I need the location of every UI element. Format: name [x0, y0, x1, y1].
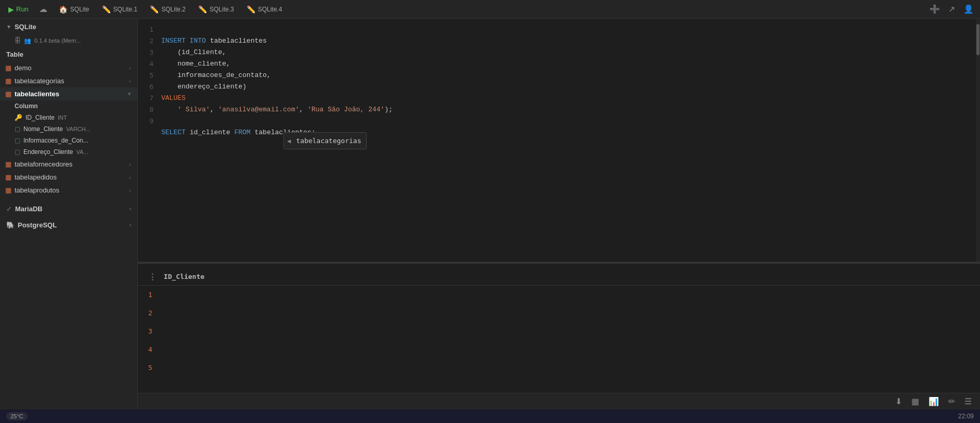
scrollbar-thumb[interactable]	[976, 24, 979, 55]
tabelacategorias-expand-btn[interactable]: ‹	[128, 78, 132, 84]
mariadb-icon: ✓	[6, 205, 12, 213]
table-icon-demo: ▦	[5, 64, 11, 72]
sidebar-sqlite-header[interactable]: ▼ SQLite	[0, 19, 137, 35]
sidebar-item-tabelaprodutos[interactable]: ▦ tabelaprodutos ‹	[0, 184, 137, 197]
sidebar-item-tabelafornecedores[interactable]: ▦ tabelafornecedores ‹	[0, 158, 137, 171]
tabelaprodutos-expand-btn[interactable]: ‹	[128, 187, 132, 194]
result-cell-3: 3	[138, 322, 980, 340]
mariadb-label: MariaDB	[15, 205, 43, 213]
table-view-button[interactable]: ▦	[909, 395, 921, 407]
tab-sqlite-3[interactable]: ✏️ SQLite.3	[193, 3, 239, 16]
results-col-header: ⋮ ID_Cliente	[138, 269, 980, 286]
box-icon-info: ▢	[15, 137, 20, 144]
sidebar-item-tabelacategorias[interactable]: ▦ tabelacategorias ‹	[0, 74, 137, 87]
sidebar-item-tabelapedidos[interactable]: ▦ tabelapedidos ‹	[0, 171, 137, 184]
edit-icon-1: ✏️	[102, 5, 111, 14]
col-name-end: Endereço_Cliente	[23, 148, 73, 156]
postgres-label: PostgreSQL	[18, 221, 57, 229]
autocomplete-popup[interactable]: ◀ tabelacategorias	[283, 132, 367, 149]
box-icon-end: ▢	[15, 148, 20, 156]
code-content[interactable]: INSERT INTO tabelaclientes (id_Cliente, …	[156, 19, 980, 262]
tabelaclientes-label: tabelaclientes	[15, 90, 124, 98]
tabelaclientes-expand-btn[interactable]: ▾	[127, 91, 132, 97]
edit-button[interactable]: ✏	[946, 395, 957, 407]
db-icon: 🗄	[15, 37, 21, 44]
status-temp: 25°C	[6, 412, 28, 420]
sqlite-version: 🗄 👥 0.1.4 beta (Mem...	[0, 35, 137, 47]
tab-sqlite-1-label: SQLite.1	[113, 6, 138, 13]
add-tab-button[interactable]: ➕	[927, 2, 942, 16]
editor-area: 1 2 3 4 5 6 7 8 9 INSERT INTO tabelaclie…	[138, 19, 980, 409]
demo-expand-btn[interactable]: ‹	[128, 65, 132, 71]
line-numbers: 1 2 3 4 5 6 7 8 9	[138, 19, 156, 262]
result-cell-1: 1	[138, 286, 980, 304]
sidebar-mariadb-header[interactable]: ✓ MariaDB ‹	[0, 201, 137, 217]
results-panel: ⋮ ID_Cliente 1 2 3	[138, 264, 980, 409]
table-row: 1	[138, 286, 980, 304]
demo-label: demo	[15, 64, 125, 72]
main-content: ▼ SQLite 🗄 👥 0.1.4 beta (Mem... Table ▦ …	[0, 19, 980, 409]
column-item-endereco[interactable]: ▢ Endereço_Cliente VA...	[8, 146, 137, 158]
col-name-nome: Nome_Cliente	[23, 125, 63, 133]
table-label: Table	[0, 47, 137, 61]
play-icon: ▶	[8, 5, 14, 14]
results-table-container[interactable]: ⋮ ID_Cliente 1 2 3	[138, 264, 980, 393]
status-left: 25°C	[6, 412, 28, 420]
tabelapedidos-expand-btn[interactable]: ‹	[128, 174, 132, 181]
table-row: 3	[138, 322, 980, 340]
home-icon: 🏠	[59, 5, 68, 14]
sidebar-sqlite-label: SQLite	[15, 23, 36, 31]
edit-icon-3: ✏️	[198, 5, 207, 14]
column-item-informacoes[interactable]: ▢ Informacoes_de_Con...	[8, 135, 137, 146]
top-bar: ▶ Run ☁ 🏠 SQLite ✏️ SQLite.1 ✏️ SQLite.2…	[0, 0, 980, 19]
col-dots-header: ⋮	[148, 272, 157, 282]
tabelapedidos-label: tabelapedidos	[15, 173, 125, 181]
share-button[interactable]: ↗	[946, 2, 957, 16]
mariadb-chevron: ‹	[130, 206, 131, 212]
sqlite-people-icon: 👥	[24, 37, 31, 44]
download-button[interactable]: ⬇	[893, 395, 904, 407]
cloud-button[interactable]: ☁	[35, 2, 51, 16]
column-header: Column	[8, 100, 137, 112]
results-table: ⋮ ID_Cliente 1 2 3	[138, 269, 980, 377]
editor-scrollbar[interactable]	[976, 19, 980, 262]
sidebar-postgres-header[interactable]: 🐘 PostgreSQL ‹	[0, 217, 137, 233]
col-type-nome: VARCH...	[66, 126, 91, 132]
chart-button[interactable]: 📊	[926, 395, 941, 407]
table-row: 5	[138, 358, 980, 377]
sidebar-item-tabelaclientes[interactable]: ▦ tabelaclientes ▾	[0, 87, 137, 100]
menu-button[interactable]: ☰	[962, 395, 974, 407]
result-cell-5: 5	[138, 358, 980, 377]
col-name-id: ID_Cliente	[25, 114, 55, 121]
status-time: 22:09	[958, 413, 974, 420]
box-icon-nome: ▢	[15, 125, 20, 133]
table-icon-tabelaclientes: ▦	[5, 90, 11, 98]
edit-icon-4: ✏️	[247, 5, 255, 14]
tabelafornecedores-expand-btn[interactable]: ‹	[128, 161, 132, 168]
user-button[interactable]: 👤	[961, 2, 976, 16]
column-item-nome-cliente[interactable]: ▢ Nome_Cliente VARCH...	[8, 123, 137, 135]
result-cell-2: 2	[138, 304, 980, 322]
status-bar: 25°C 22:09	[0, 409, 980, 423]
postgres-icon: 🐘	[6, 221, 15, 229]
key-icon: 🔑	[15, 114, 22, 121]
result-cell-4: 4	[138, 340, 980, 358]
table-icon-tabelaprodutos: ▦	[5, 186, 11, 194]
run-button[interactable]: ▶ Run	[4, 3, 33, 16]
postgres-chevron: ‹	[130, 222, 131, 228]
autocomplete-arrow: ◀	[284, 135, 294, 147]
tab-sqlite[interactable]: 🏠 SQLite	[54, 3, 95, 16]
column-item-id-cliente[interactable]: 🔑 ID_Cliente INT	[8, 112, 137, 123]
col-type-end: VA...	[76, 149, 88, 155]
tab-sqlite-4[interactable]: ✏️ SQLite.4	[241, 3, 288, 16]
tab-sqlite-2-label: SQLite.2	[161, 6, 186, 13]
tab-sqlite-2[interactable]: ✏️ SQLite.2	[145, 3, 191, 16]
sidebar-item-demo[interactable]: ▦ demo ‹	[0, 61, 137, 74]
table-icon-tabelacategorias: ▦	[5, 77, 11, 85]
code-editor[interactable]: 1 2 3 4 5 6 7 8 9 INSERT INTO tabelaclie…	[138, 19, 980, 262]
tab-sqlite-4-label: SQLite.4	[258, 6, 282, 13]
table-icon-tabelapedidos: ▦	[5, 173, 11, 181]
tab-sqlite-1[interactable]: ✏️ SQLite.1	[97, 3, 143, 16]
tab-sqlite-label: SQLite	[70, 6, 89, 13]
run-label: Run	[16, 5, 29, 13]
